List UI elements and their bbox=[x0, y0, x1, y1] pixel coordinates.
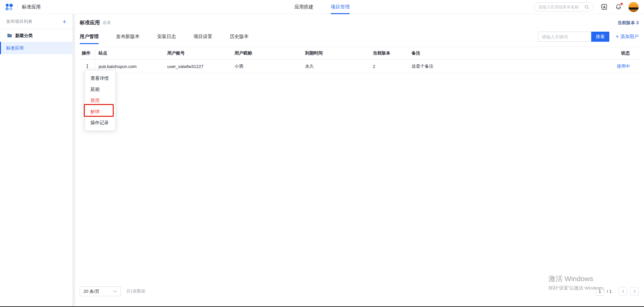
sidebar-item-label: 新建分类 bbox=[15, 33, 33, 39]
page-title: 标准应用 bbox=[80, 20, 100, 26]
col-header-nickname: 用户昵称 bbox=[231, 47, 302, 59]
menu-item-view-details[interactable]: 查看详情 bbox=[85, 73, 115, 84]
current-version-label: 当前版本 3 bbox=[617, 20, 639, 26]
col-header-expire: 到期时间 bbox=[302, 47, 369, 59]
cell-version: 2 bbox=[369, 60, 408, 73]
global-search[interactable] bbox=[534, 2, 593, 11]
row-actions-menu: 查看详情 延期 禁用 解绑 操作记录 bbox=[85, 70, 115, 131]
add-user-label: 添加用户 bbox=[620, 34, 639, 40]
cell-account: user_vaiwfw31227 bbox=[164, 60, 231, 73]
page-size-value: 20 条/页 bbox=[83, 288, 113, 295]
app-title: 标准应用 bbox=[22, 4, 41, 10]
global-search-input[interactable] bbox=[538, 5, 584, 9]
prev-page-button[interactable] bbox=[619, 287, 627, 296]
brand-divider bbox=[17, 4, 17, 10]
page-total-label: / 1 bbox=[607, 289, 612, 294]
sidebar-title: 发布项目列表 bbox=[6, 19, 32, 25]
cell-nickname: 小酒 bbox=[231, 60, 302, 73]
top-nav: 应用搭建 项目管理 bbox=[294, 0, 367, 14]
notification-bell-icon[interactable] bbox=[615, 3, 622, 10]
col-header-version: 当前版本 bbox=[369, 47, 408, 59]
sidebar: 发布项目列表 + 新建分类 标准应用 bbox=[0, 14, 72, 306]
col-header-status: 状态 bbox=[611, 47, 639, 59]
top-right-actions: A bbox=[534, 2, 639, 12]
sidebar-item-new-category[interactable]: 新建分类 bbox=[0, 29, 72, 42]
table-header-row: 操作 站点 用户账号 用户昵称 到期时间 当前版本 备注 状态 bbox=[80, 47, 639, 60]
notification-badge bbox=[620, 3, 623, 5]
cell-expire: 永久 bbox=[302, 60, 369, 73]
col-header-remark: 备注 bbox=[408, 47, 611, 59]
tab-publish-new-version[interactable]: 发布新版本 bbox=[116, 29, 140, 44]
menu-item-unbind[interactable]: 解绑 bbox=[85, 106, 115, 117]
tab-user-management[interactable]: 用户管理 bbox=[80, 29, 99, 44]
search-icon bbox=[584, 4, 589, 10]
page-number-input[interactable] bbox=[596, 287, 604, 296]
tab-install-log[interactable]: 安装日志 bbox=[157, 29, 176, 44]
top-nav-app-build[interactable]: 应用搭建 bbox=[294, 0, 313, 14]
pagination: / 1 bbox=[596, 287, 639, 296]
total-count-label: 共1条数据 bbox=[126, 288, 145, 294]
col-header-site: 站点 bbox=[95, 47, 164, 59]
next-page-button[interactable] bbox=[630, 287, 639, 296]
detail-tabs: 用户管理 发布新版本 安装日志 项目设置 历史版本 bbox=[80, 29, 266, 44]
row-actions-kebab-icon[interactable]: ⋮ bbox=[85, 63, 90, 69]
brand: 标准应用 bbox=[5, 3, 41, 11]
tab-project-settings[interactable]: 项目设置 bbox=[193, 29, 212, 44]
add-user-button[interactable]: + 添加用户 bbox=[616, 34, 639, 40]
table-row: ⋮ pub.baishuyun.com user_vaiwfw31227 小酒 … bbox=[80, 60, 639, 73]
app-logo-icon bbox=[5, 3, 13, 11]
folder-icon bbox=[7, 33, 12, 38]
keyword-search-input[interactable] bbox=[538, 32, 591, 42]
translate-icon[interactable]: A bbox=[601, 3, 608, 10]
page-subtitle: 这是 bbox=[103, 20, 111, 26]
status-link[interactable]: 使用中 bbox=[617, 63, 630, 69]
add-project-plus-icon[interactable]: + bbox=[63, 19, 66, 25]
plus-icon: + bbox=[616, 34, 619, 39]
menu-item-extend[interactable]: 延期 bbox=[85, 84, 115, 95]
top-nav-project-management[interactable]: 项目管理 bbox=[331, 0, 350, 14]
menu-item-operation-log[interactable]: 操作记录 bbox=[85, 117, 115, 128]
tab-history-versions[interactable]: 历史版本 bbox=[230, 29, 249, 44]
search-button[interactable]: 搜索 bbox=[591, 32, 609, 42]
table-footer: 20 条/页 共1条数据 / 1 bbox=[80, 286, 639, 296]
menu-item-disable[interactable]: 禁用 bbox=[85, 95, 115, 106]
svg-text:A: A bbox=[603, 5, 605, 9]
sidebar-item-standard-app[interactable]: 标准应用 bbox=[0, 42, 72, 54]
user-avatar[interactable] bbox=[629, 2, 639, 12]
main-content: 标准应用 这是 当前版本 3 用户管理 发布新版本 安装日志 项目设置 历史版本… bbox=[75, 14, 644, 306]
user-table: 操作 站点 用户账号 用户昵称 到期时间 当前版本 备注 状态 ⋮ pub.ba… bbox=[80, 47, 639, 73]
page-size-select[interactable]: 20 条/页 bbox=[80, 286, 121, 296]
col-header-account: 用户账号 bbox=[164, 47, 231, 59]
cell-remark: 这是个备注 bbox=[408, 60, 611, 73]
sidebar-item-label: 标准应用 bbox=[6, 45, 24, 51]
col-header-actions: 操作 bbox=[80, 47, 95, 59]
sidebar-main-divider bbox=[72, 14, 75, 306]
chevron-down-icon bbox=[113, 290, 117, 293]
top-bar: 标准应用 应用搭建 项目管理 A bbox=[0, 0, 644, 14]
